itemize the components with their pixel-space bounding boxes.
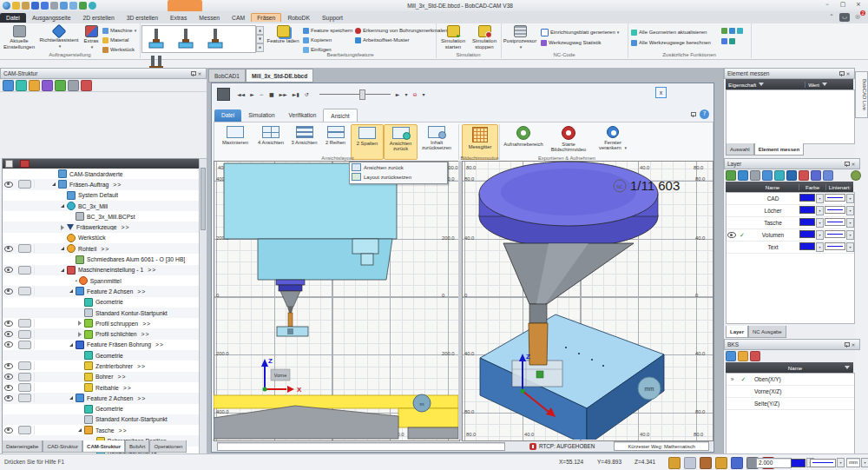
gallery-down-icon[interactable]: ▼ xyxy=(256,35,264,43)
eye-icon[interactable] xyxy=(4,385,13,391)
tree-item-link[interactable]: >> xyxy=(137,363,146,369)
bks-delete-icon[interactable] xyxy=(750,351,760,361)
layer-down-icon[interactable] xyxy=(762,170,773,181)
starte-bildschirmvideo-button[interactable]: Starte Bildschirmvideo xyxy=(546,124,591,158)
play-button[interactable]: ► xyxy=(250,91,254,97)
app-logo-icon[interactable] xyxy=(3,2,10,10)
tree-item[interactable]: Rohteil>> xyxy=(3,243,200,254)
record-dropdown[interactable]: ▾ xyxy=(422,91,424,97)
simulation-stoppen-button[interactable]: Simulation stoppen xyxy=(470,25,499,51)
tree-item[interactable]: Schmiedbares Alum 6061 - O [30 HB] xyxy=(3,254,200,264)
extra-icon-2[interactable] xyxy=(729,28,735,34)
tab-cam-struktur[interactable]: CAM-Struktur xyxy=(82,440,125,453)
lock-box-icon[interactable] xyxy=(18,330,31,339)
tree-item[interactable]: •Spannmittel xyxy=(3,275,200,286)
tree-item[interactable]: Feature 2 Achsen>> xyxy=(3,393,200,403)
tree-item[interactable]: Feature Fräsen Bohrung>> xyxy=(3,340,200,350)
sim-tab-datei[interactable]: Datei xyxy=(214,109,241,122)
postprozessor-button[interactable]: Postprozessor▾ xyxy=(503,25,537,51)
pin-icon[interactable] xyxy=(189,70,196,76)
tab-datei[interactable]: Datei xyxy=(0,13,26,23)
tree-item[interactable]: Standard Kontur-Startpunkt xyxy=(3,414,200,425)
kopieren-button[interactable]: Kopieren xyxy=(303,36,332,44)
sim-close-button[interactable]: x xyxy=(655,87,667,98)
tree-item-link[interactable]: >> xyxy=(141,331,150,337)
eye-icon[interactable] xyxy=(727,232,736,238)
lock-box-icon[interactable] xyxy=(18,266,31,275)
tab-3d-erstellen[interactable]: 3D erstellen xyxy=(121,13,164,23)
doc-tab-mill3x[interactable]: Mill_3x_Std-DE.bbcd xyxy=(246,69,313,83)
tree-item[interactable]: Geometrie xyxy=(3,404,200,414)
tool-preset-icon[interactable] xyxy=(148,28,165,50)
pin-icon[interactable] xyxy=(843,161,850,167)
tree-collapse-icon[interactable] xyxy=(3,80,14,91)
layer-color-picker[interactable]: ▾ xyxy=(799,242,825,252)
save-all-icon[interactable] xyxy=(41,2,49,10)
feature-laden-button[interactable]: Feature laden xyxy=(266,25,299,51)
expander-open-icon[interactable] xyxy=(61,268,64,272)
tree-item-link[interactable]: >> xyxy=(101,246,109,252)
lock-box-icon[interactable] xyxy=(18,426,31,434)
undo-icon[interactable] xyxy=(60,2,68,10)
close-button[interactable]: × xyxy=(851,0,866,10)
rewind-button[interactable]: ◄◄ xyxy=(237,91,245,97)
extra-icon-3[interactable] xyxy=(737,28,743,34)
layer-linetype-picker[interactable]: ▾ xyxy=(825,230,854,240)
tree-item[interactable]: Profil schruppen>> xyxy=(3,318,200,328)
ortho-icon[interactable] xyxy=(700,457,712,469)
expander-open-icon[interactable] xyxy=(61,204,64,208)
tree-item-link[interactable]: >> xyxy=(155,341,164,348)
layer-color-picker[interactable]: ▾ xyxy=(799,218,825,228)
tree-item[interactable]: Standard Kontur-Startpunkt xyxy=(3,308,200,318)
eye-icon[interactable] xyxy=(4,395,13,401)
tab-bobart[interactable]: BobArt xyxy=(125,440,149,453)
eye-icon[interactable] xyxy=(4,321,13,327)
extras-button[interactable]: Extras▾ xyxy=(81,25,102,51)
eye-icon[interactable] xyxy=(4,374,13,380)
tree-item-link[interactable]: >> xyxy=(123,385,132,391)
tool-preset-icon[interactable] xyxy=(207,28,224,50)
tree-post-icon[interactable] xyxy=(55,80,66,91)
ribbon-collapse-icon[interactable]: ⌃ xyxy=(826,13,837,22)
tab-dateneingabe[interactable]: Dateneingabe xyxy=(2,440,43,453)
tree-item-link[interactable]: >> xyxy=(142,321,151,327)
pointer-button[interactable]: ► xyxy=(396,91,400,97)
tab-element-messen[interactable]: Element messen xyxy=(754,143,804,156)
tree-item-link[interactable]: >> xyxy=(121,224,129,230)
layer-linetype-picker[interactable]: ▾ xyxy=(825,218,854,228)
gallery-up-icon[interactable]: ▲ xyxy=(256,26,264,35)
layer-linetype-picker[interactable]: ▾ xyxy=(825,206,854,215)
tree-item[interactable]: Reibahle>> xyxy=(3,382,200,393)
line-width-input[interactable]: 2.000 xyxy=(756,458,792,468)
bks-edit-icon[interactable] xyxy=(738,351,748,361)
tab-support[interactable]: Support xyxy=(316,13,349,23)
tab-operationen[interactable]: Operationen xyxy=(149,440,187,453)
tab-messen[interactable]: Messen xyxy=(193,13,226,23)
sim-help-icon[interactable]: ? xyxy=(700,109,709,119)
entity-snap-icon[interactable] xyxy=(715,457,727,469)
eye-icon[interactable] xyxy=(4,427,13,434)
lock-box-icon[interactable] xyxy=(18,394,31,402)
web-icon[interactable] xyxy=(89,2,96,10)
tree-expand-icon[interactable] xyxy=(16,80,27,91)
expander-open-icon[interactable] xyxy=(69,396,73,400)
tree-item[interactable]: BC_3x_Mill xyxy=(3,201,200,211)
tab-2d-erstellen[interactable]: 2D erstellen xyxy=(76,13,120,23)
eye-icon[interactable] xyxy=(4,267,13,273)
tab-cam[interactable]: CAM xyxy=(226,13,251,23)
tree-item[interactable]: Geometrie xyxy=(3,297,200,308)
alle-geometrien-button[interactable]: Alle Geometrien aktualisieren xyxy=(631,28,707,36)
messgitter-button[interactable]: Messgitter xyxy=(462,124,498,160)
sim-tab-ansicht[interactable]: Ansicht xyxy=(323,109,357,122)
tab-layer[interactable]: Layer xyxy=(726,326,748,338)
layer-linetype-picker[interactable]: ▾ xyxy=(825,242,854,252)
doc-tab-bobcad1[interactable]: BobCAD1 xyxy=(208,69,246,83)
extra-icon-1[interactable] xyxy=(721,28,727,34)
tool-preset-icon[interactable] xyxy=(177,28,194,50)
tree-load-icon[interactable] xyxy=(29,80,40,91)
tree-item[interactable]: System Default xyxy=(3,190,200,201)
vier-ansichten-button[interactable]: 4 Ansichten xyxy=(254,124,287,158)
pin-icon[interactable] xyxy=(838,70,845,76)
pin-icon[interactable] xyxy=(843,341,850,348)
layer-state-icon[interactable] xyxy=(731,457,743,469)
